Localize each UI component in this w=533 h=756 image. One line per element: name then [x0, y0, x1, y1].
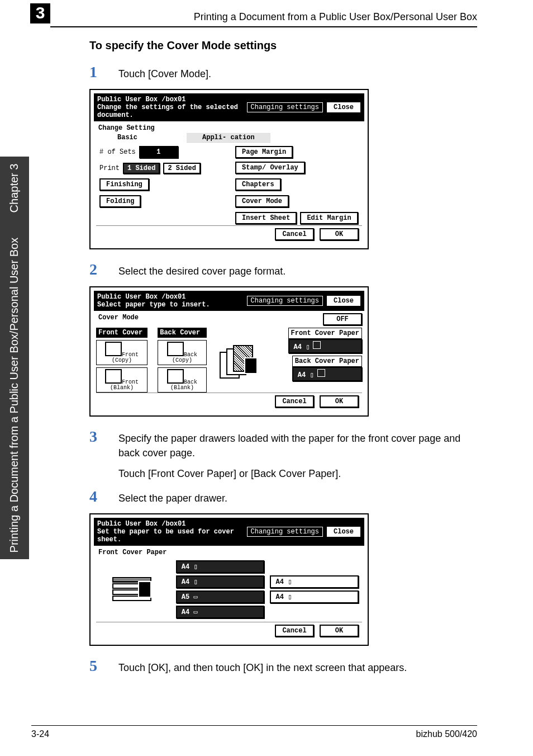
panel3-status-chip: Changing settings [247, 527, 323, 537]
panel3-tray4-button[interactable]: A4 ▭ [176, 606, 265, 618]
step-1-number: 1 [89, 63, 103, 81]
panel2-path1a: Public [97, 293, 121, 301]
panel-front-cover-paper: Public User Box /box01 Set the paper to … [89, 513, 369, 646]
panel2-off-button[interactable]: OFF [323, 313, 362, 325]
panel2-front-blank-option[interactable]: Front (Blank) [96, 367, 147, 393]
panel2-status-chip: Changing settings [247, 296, 323, 306]
panel1-page-margin-button[interactable]: Page Margin [235, 146, 293, 158]
panel2-cancel-button[interactable]: Cancel [275, 395, 314, 408]
step-4-text: Select the paper drawer. [118, 492, 227, 505]
step-4-number: 4 [89, 488, 103, 505]
panel1-chapters-button[interactable]: Chapters [235, 178, 281, 191]
step-3-text: Specify the paper drawers loaded with th… [118, 432, 477, 460]
chapter-number-box: 3 [30, 3, 50, 23]
panel3-diagram-icon [112, 570, 157, 609]
panel2-front-cover-paper-button[interactable]: A4 ▯ [288, 339, 362, 353]
panel2-back-cover-label: Back Cover [158, 328, 206, 338]
panel1-subtitle: Change the settings of the selected docu… [97, 103, 244, 119]
panel3-section-label: Front Cover Paper [96, 548, 169, 557]
step-4: 4 Select the paper drawer. [89, 488, 477, 505]
panel2-box: /box01 [161, 293, 185, 301]
panel1-edit-margin-button[interactable]: Edit Margin [300, 212, 358, 224]
panel-cover-mode: Public User Box /box01 Select paper type… [89, 286, 369, 417]
panel1-section-label: Change Setting [96, 124, 157, 133]
panel3-close-button[interactable]: Close [326, 526, 361, 537]
step-5-text: Touch [OK], and then touch [OK] in the n… [118, 661, 407, 675]
panel3-cancel-button[interactable]: Cancel [275, 625, 314, 637]
panel1-cancel-button[interactable]: Cancel [275, 228, 314, 240]
panel3-titlebar: Public User Box /box01 Set the paper to … [94, 518, 364, 546]
panel1-path1a: Public [97, 96, 121, 103]
panel1-sets-label: # of Sets [99, 148, 136, 156]
panel3-tray3-button[interactable]: A5 ▭ [176, 590, 265, 603]
panel1-tab-application[interactable]: Appli- cation [187, 133, 270, 143]
panel2-tray1-value: A4 ▯ [294, 343, 310, 351]
panel1-status-chip: Changing settings [247, 102, 323, 112]
panel3-ok-button[interactable]: OK [320, 625, 359, 637]
page-footer: 3-24 bizhub 500/420 [31, 725, 477, 739]
panel2-subtitle: Select paper type to insert. [97, 301, 244, 309]
step-3: 3 Specify the paper drawers loaded with … [89, 428, 477, 460]
panel2-back-cover-paper-button[interactable]: A4 ▯ [292, 367, 362, 381]
step-1-text: Touch [Cover Mode]. [118, 67, 211, 81]
panel2-front-cover-paper-label: Front Cover Paper [288, 328, 362, 339]
panel1-sets-value[interactable]: 1 [139, 146, 178, 158]
panel1-2sided-button[interactable]: 2 Sided [163, 163, 200, 174]
panel2-front-cover-label: Front Cover [96, 328, 147, 338]
panel3-tray2-button[interactable]: A4 ▯ [176, 575, 265, 588]
panel1-stamp-button[interactable]: Stamp/ Overlay [235, 162, 305, 174]
panel1-path1b: User Box [125, 96, 158, 103]
panel2-path1b: User Box [125, 293, 158, 301]
panel2-section-label: Cover Mode [96, 313, 141, 322]
paper-icon [313, 341, 321, 349]
panel1-print-label: Print [99, 164, 120, 172]
paper-icon [317, 369, 325, 377]
panel1-box: /box01 [161, 96, 185, 103]
step-5: 5 Touch [OK], and then touch [OK] in the… [89, 657, 477, 675]
panel3-path1b: User Box [125, 520, 158, 528]
panel3-subtitle: Set the paper to be used for cover sheet… [97, 528, 244, 544]
side-tab-chapter: Chapter 3 [8, 163, 21, 212]
panel2-ok-button[interactable]: OK [320, 395, 359, 408]
panel2-tray2-value: A4 ▯ [298, 371, 314, 379]
panel2-back-blank-option[interactable]: Back (Blank) [158, 367, 206, 393]
panel1-insert-sheet-button[interactable]: Insert Sheet [235, 212, 297, 224]
panel-change-setting: Public User Box /box01 Change the settin… [89, 89, 369, 249]
step-2: 2 Select the desired cover page format. [89, 261, 477, 278]
panel3-path1a: Public [97, 520, 121, 528]
panel1-folding-button[interactable]: Folding [99, 195, 141, 207]
panel3-tray5-button[interactable]: A4 ▯ [270, 575, 359, 588]
panel3-box: /box01 [161, 520, 185, 528]
panel1-close-button[interactable]: Close [326, 102, 361, 113]
footer-page-number: 3-24 [31, 729, 49, 739]
section-title: To specify the Cover Mode settings [89, 39, 477, 52]
step-3-number: 3 [89, 428, 103, 446]
side-tab-book: Printing a Document from a Public User B… [8, 237, 21, 552]
step-2-number: 2 [89, 261, 103, 278]
panel3-tray1-button[interactable]: A4 ▯ [176, 560, 265, 573]
panel2-titlebar: Public User Box /box01 Select paper type… [94, 291, 364, 311]
side-tab-text: Printing a Document from a Public User B… [8, 163, 21, 552]
step-3-subtext: Touch [Front Cover Paper] or [Back Cover… [118, 468, 477, 480]
panel1-1sided-button[interactable]: 1 Sided [123, 163, 160, 174]
panel1-titlebar: Public User Box /box01 Change the settin… [94, 93, 364, 121]
side-tab: Printing a Document from a Public User B… [0, 157, 29, 559]
running-head: Printing a Document from a Public User B… [50, 11, 477, 27]
panel1-finishing-button[interactable]: Finishing [99, 178, 149, 191]
panel2-front-copy-option[interactable]: Front (Copy) [96, 340, 147, 365]
step-1: 1 Touch [Cover Mode]. [89, 63, 477, 81]
step-2-text: Select the desired cover page format. [118, 264, 285, 278]
panel1-ok-button[interactable]: OK [320, 228, 359, 240]
panel1-tab-basic[interactable]: Basic [102, 133, 153, 143]
panel2-close-button[interactable]: Close [326, 295, 361, 306]
panel2-back-cover-paper-label: Back Cover Paper [292, 356, 362, 367]
footer-product: bizhub 500/420 [416, 729, 477, 739]
panel1-cover-mode-button[interactable]: Cover Mode [235, 195, 289, 207]
step-5-number: 5 [89, 657, 103, 675]
panel2-diagram-icon [220, 341, 264, 380]
panel2-back-copy-option[interactable]: Back (Copy) [158, 340, 206, 365]
panel3-tray6-button[interactable]: A4 ▯ [270, 590, 359, 603]
